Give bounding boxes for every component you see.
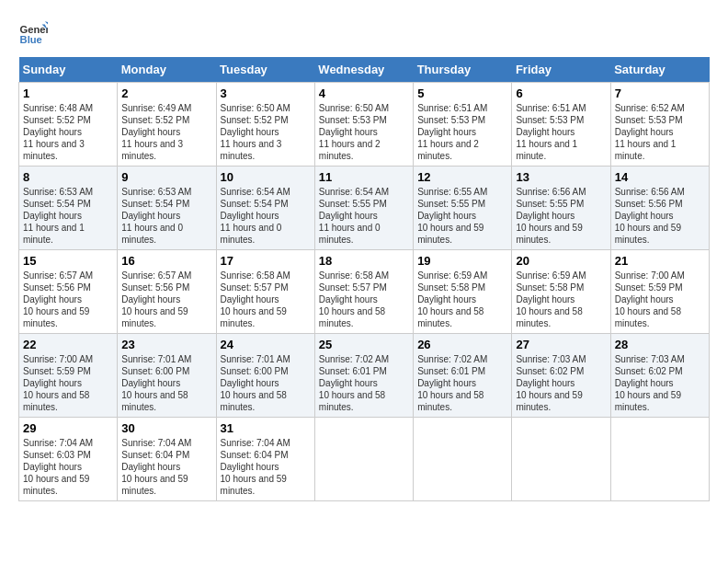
day-number: 29 [23,421,113,435]
day-info: Sunrise: 6:54 AM Sunset: 5:54 PM Dayligh… [221,186,311,246]
day-number: 19 [417,254,507,268]
day-number: 20 [516,254,606,268]
table-row: 20 Sunrise: 6:59 AM Sunset: 5:58 PM Dayl… [512,250,610,334]
calendar-week-row: 1 Sunrise: 6:48 AM Sunset: 5:52 PM Dayli… [19,83,710,167]
logo-icon: General Blue [18,18,48,48]
calendar-week-row: 15 Sunrise: 6:57 AM Sunset: 5:56 PM Dayl… [19,250,710,334]
table-row: 16 Sunrise: 6:57 AM Sunset: 5:56 PM Dayl… [118,250,216,334]
day-number: 7 [615,86,705,100]
day-number: 13 [516,170,606,184]
day-info: Sunrise: 6:53 AM Sunset: 5:54 PM Dayligh… [121,186,211,246]
day-number: 8 [23,170,113,184]
day-info: Sunrise: 6:53 AM Sunset: 5:54 PM Dayligh… [23,186,113,246]
table-row: 14 Sunrise: 6:56 AM Sunset: 5:56 PM Dayl… [610,167,709,250]
table-row: 21 Sunrise: 7:00 AM Sunset: 5:59 PM Dayl… [610,250,709,334]
table-row: 11 Sunrise: 6:54 AM Sunset: 5:55 PM Dayl… [314,167,413,250]
table-row [414,418,512,501]
header-sunday: Sunday [19,57,118,83]
day-number: 27 [516,338,606,351]
day-number: 25 [319,338,409,351]
table-row: 15 Sunrise: 6:57 AM Sunset: 5:56 PM Dayl… [19,250,118,334]
table-row: 5 Sunrise: 6:51 AM Sunset: 5:53 PM Dayli… [414,83,512,167]
table-row: 24 Sunrise: 7:01 AM Sunset: 6:00 PM Dayl… [216,334,314,418]
day-number: 17 [221,254,311,268]
day-number: 12 [417,170,507,184]
day-number: 2 [121,86,211,100]
table-row: 31 Sunrise: 7:04 AM Sunset: 6:04 PM Dayl… [216,418,314,501]
table-row: 18 Sunrise: 6:58 AM Sunset: 5:57 PM Dayl… [314,250,413,334]
header-monday: Monday [118,57,216,83]
table-row: 10 Sunrise: 6:54 AM Sunset: 5:54 PM Dayl… [216,167,314,250]
day-number: 30 [121,421,211,435]
day-info: Sunrise: 6:58 AM Sunset: 5:57 PM Dayligh… [319,270,409,329]
day-number: 23 [121,338,211,351]
table-row: 7 Sunrise: 6:52 AM Sunset: 5:53 PM Dayli… [610,83,709,167]
table-row: 2 Sunrise: 6:49 AM Sunset: 5:52 PM Dayli… [118,83,216,167]
day-info: Sunrise: 7:04 AM Sunset: 6:04 PM Dayligh… [121,437,211,497]
table-row: 30 Sunrise: 7:04 AM Sunset: 6:04 PM Dayl… [118,418,216,501]
day-number: 10 [221,170,311,184]
table-row: 19 Sunrise: 6:59 AM Sunset: 5:58 PM Dayl… [414,250,512,334]
table-row: 8 Sunrise: 6:53 AM Sunset: 5:54 PM Dayli… [19,167,118,250]
day-number: 15 [23,254,113,268]
table-row: 3 Sunrise: 6:50 AM Sunset: 5:52 PM Dayli… [216,83,314,167]
header-wednesday: Wednesday [314,57,413,83]
table-row: 6 Sunrise: 6:51 AM Sunset: 5:53 PM Dayli… [512,83,610,167]
day-info: Sunrise: 7:01 AM Sunset: 6:00 PM Dayligh… [121,353,211,413]
day-info: Sunrise: 6:52 AM Sunset: 5:53 PM Dayligh… [615,102,705,162]
day-info: Sunrise: 6:54 AM Sunset: 5:55 PM Dayligh… [319,186,409,246]
day-info: Sunrise: 6:57 AM Sunset: 5:56 PM Dayligh… [121,270,211,329]
day-info: Sunrise: 7:04 AM Sunset: 6:04 PM Dayligh… [221,437,311,497]
calendar-week-row: 22 Sunrise: 7:00 AM Sunset: 5:59 PM Dayl… [19,334,710,418]
header: General Blue [18,18,710,48]
day-info: Sunrise: 6:51 AM Sunset: 5:53 PM Dayligh… [417,102,507,162]
day-info: Sunrise: 7:03 AM Sunset: 6:02 PM Dayligh… [516,353,606,413]
table-row: 29 Sunrise: 7:04 AM Sunset: 6:03 PM Dayl… [19,418,118,501]
day-number: 5 [417,86,507,100]
day-info: Sunrise: 6:59 AM Sunset: 5:58 PM Dayligh… [516,270,606,329]
day-number: 14 [615,170,705,184]
table-row [512,418,610,501]
day-number: 3 [221,86,311,100]
table-row: 13 Sunrise: 6:56 AM Sunset: 5:55 PM Dayl… [512,167,610,250]
day-info: Sunrise: 6:50 AM Sunset: 5:52 PM Dayligh… [221,102,311,162]
table-row: 28 Sunrise: 7:03 AM Sunset: 6:02 PM Dayl… [610,334,709,418]
day-info: Sunrise: 7:01 AM Sunset: 6:00 PM Dayligh… [221,353,311,413]
day-info: Sunrise: 7:00 AM Sunset: 5:59 PM Dayligh… [23,353,113,413]
header-friday: Friday [512,57,610,83]
table-row: 9 Sunrise: 6:53 AM Sunset: 5:54 PM Dayli… [118,167,216,250]
day-info: Sunrise: 7:02 AM Sunset: 6:01 PM Dayligh… [319,353,409,413]
day-info: Sunrise: 6:58 AM Sunset: 5:57 PM Dayligh… [221,270,311,329]
day-number: 26 [417,338,507,351]
day-info: Sunrise: 7:04 AM Sunset: 6:03 PM Dayligh… [23,437,113,497]
day-info: Sunrise: 6:49 AM Sunset: 5:52 PM Dayligh… [121,102,211,162]
day-number: 11 [319,170,409,184]
day-number: 9 [121,170,211,184]
day-info: Sunrise: 6:51 AM Sunset: 5:53 PM Dayligh… [516,102,606,162]
day-info: Sunrise: 6:55 AM Sunset: 5:55 PM Dayligh… [417,186,507,246]
day-number: 24 [221,338,311,351]
day-info: Sunrise: 6:56 AM Sunset: 5:56 PM Dayligh… [615,186,705,246]
day-info: Sunrise: 7:02 AM Sunset: 6:01 PM Dayligh… [417,353,507,413]
day-info: Sunrise: 6:50 AM Sunset: 5:53 PM Dayligh… [319,102,409,162]
header-saturday: Saturday [610,57,709,83]
day-number: 1 [23,86,113,100]
calendar-week-row: 8 Sunrise: 6:53 AM Sunset: 5:54 PM Dayli… [19,167,710,250]
day-number: 21 [615,254,705,268]
logo: General Blue [18,18,51,48]
day-number: 16 [121,254,211,268]
table-row: 12 Sunrise: 6:55 AM Sunset: 5:55 PM Dayl… [414,167,512,250]
table-row [314,418,413,501]
table-row: 26 Sunrise: 7:02 AM Sunset: 6:01 PM Dayl… [414,334,512,418]
day-number: 22 [23,338,113,351]
day-info: Sunrise: 6:59 AM Sunset: 5:58 PM Dayligh… [417,270,507,329]
days-header-row: Sunday Monday Tuesday Wednesday Thursday… [19,57,710,83]
table-row: 17 Sunrise: 6:58 AM Sunset: 5:57 PM Dayl… [216,250,314,334]
header-thursday: Thursday [414,57,512,83]
day-info: Sunrise: 6:57 AM Sunset: 5:56 PM Dayligh… [23,270,113,329]
table-row: 27 Sunrise: 7:03 AM Sunset: 6:02 PM Dayl… [512,334,610,418]
day-number: 31 [221,421,311,435]
table-row: 22 Sunrise: 7:00 AM Sunset: 5:59 PM Dayl… [19,334,118,418]
day-info: Sunrise: 6:56 AM Sunset: 5:55 PM Dayligh… [516,186,606,246]
day-number: 28 [615,338,705,351]
